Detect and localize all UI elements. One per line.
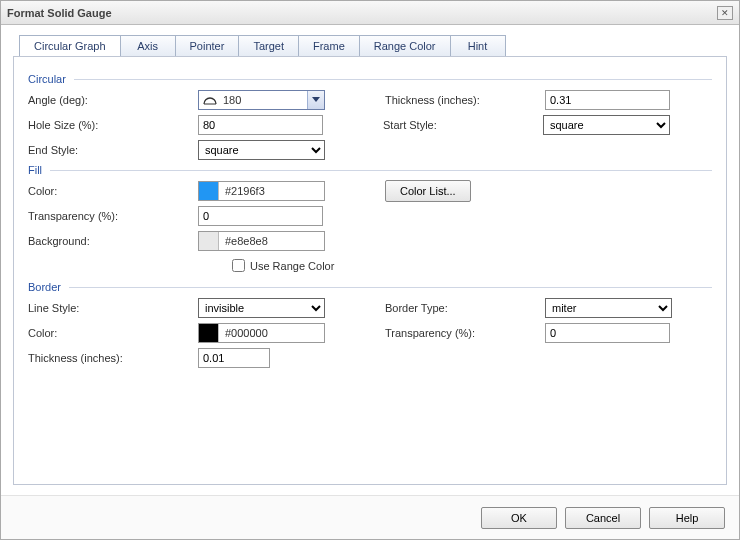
fill-color-label: Color: [28, 185, 198, 197]
tab-frame[interactable]: Frame [299, 35, 360, 57]
tab-axis[interactable]: Axis [121, 35, 176, 57]
color-swatch-icon [199, 324, 219, 342]
border-line-style-label: Line Style: [28, 302, 198, 314]
fill-background-picker[interactable]: #e8e8e8 [198, 231, 325, 251]
dialog-title: Format Solid Gauge [7, 7, 112, 19]
color-list-button[interactable]: Color List... [385, 180, 471, 202]
angle-dropdown[interactable]: 180 [198, 90, 325, 110]
section-fill: Fill [28, 164, 712, 176]
color-swatch-icon [199, 232, 219, 250]
tab-strip: Circular Graph Axis Pointer Target Frame… [13, 35, 727, 57]
fill-color-hex: #2196f3 [219, 185, 265, 197]
close-button[interactable]: ✕ [717, 6, 733, 20]
section-circular-label: Circular [28, 73, 66, 85]
border-color-label: Color: [28, 327, 198, 339]
use-range-color-label: Use Range Color [250, 260, 334, 272]
border-color-picker[interactable]: #000000 [198, 323, 325, 343]
hole-size-input[interactable] [198, 115, 323, 135]
border-type-select[interactable]: miter [545, 298, 672, 318]
close-icon: ✕ [721, 8, 729, 18]
start-style-select[interactable]: square [543, 115, 670, 135]
thickness-label: Thickness (inches): [385, 94, 545, 106]
ok-button[interactable]: OK [481, 507, 557, 529]
fill-background-label: Background: [28, 235, 198, 247]
end-style-label: End Style: [28, 144, 198, 156]
thickness-input[interactable] [545, 90, 670, 110]
border-transparency-label: Transparency (%): [385, 327, 545, 339]
dialog-footer: OK Cancel Help [1, 495, 739, 539]
tab-range-color[interactable]: Range Color [360, 35, 451, 57]
border-thickness-label: Thickness (inches): [28, 352, 198, 364]
border-type-label: Border Type: [385, 302, 545, 314]
tab-target[interactable]: Target [239, 35, 299, 57]
tab-panel: Circular Angle (deg): 180 Thickness (inc… [13, 56, 727, 485]
section-border-label: Border [28, 281, 61, 293]
angle-value: 180 [221, 94, 307, 106]
start-style-label: Start Style: [383, 119, 543, 131]
end-style-select[interactable]: square [198, 140, 325, 160]
tab-hint[interactable]: Hint [451, 35, 506, 57]
divider [74, 79, 712, 80]
color-swatch-icon [199, 182, 219, 200]
border-transparency-input[interactable] [545, 323, 670, 343]
angle-label: Angle (deg): [28, 94, 198, 106]
titlebar: Format Solid Gauge ✕ [1, 1, 739, 25]
content-area: Circular Graph Axis Pointer Target Frame… [1, 25, 739, 495]
fill-transparency-input[interactable] [198, 206, 323, 226]
border-line-style-select[interactable]: invisible [198, 298, 325, 318]
divider [50, 170, 712, 171]
tab-circular-graph[interactable]: Circular Graph [19, 35, 121, 57]
chevron-down-icon [307, 91, 324, 109]
cancel-button[interactable]: Cancel [565, 507, 641, 529]
section-fill-label: Fill [28, 164, 42, 176]
fill-background-hex: #e8e8e8 [219, 235, 268, 247]
divider [69, 287, 712, 288]
fill-transparency-label: Transparency (%): [28, 210, 198, 222]
section-circular: Circular [28, 73, 712, 85]
dialog-window: Format Solid Gauge ✕ Circular Graph Axis… [0, 0, 740, 540]
fill-color-picker[interactable]: #2196f3 [198, 181, 325, 201]
use-range-color-checkbox[interactable] [232, 259, 245, 272]
section-border: Border [28, 281, 712, 293]
hole-size-label: Hole Size (%): [28, 119, 198, 131]
tab-pointer[interactable]: Pointer [176, 35, 240, 57]
border-color-hex: #000000 [219, 327, 268, 339]
border-thickness-input[interactable] [198, 348, 270, 368]
semicircle-icon [203, 93, 217, 107]
help-button[interactable]: Help [649, 507, 725, 529]
